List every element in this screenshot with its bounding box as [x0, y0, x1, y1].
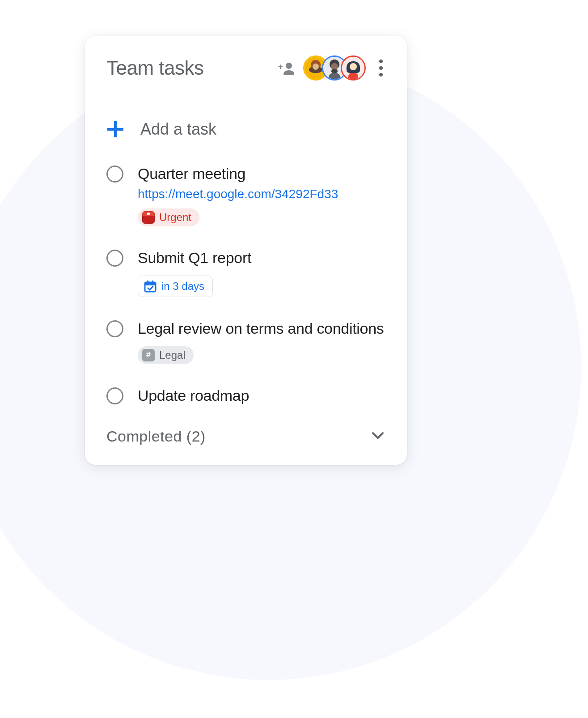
task-row: Update roadmap: [106, 386, 385, 406]
chevron-down-icon: [370, 428, 385, 445]
more-menu-button[interactable]: [376, 57, 385, 79]
task-link[interactable]: https://meet.google.com/34292Fd33: [138, 187, 385, 201]
svg-point-5: [313, 64, 319, 70]
svg-rect-6: [310, 73, 321, 79]
chip-label: Legal: [159, 349, 186, 361]
svg-rect-11: [329, 73, 340, 79]
shared-avatars[interactable]: [303, 55, 366, 81]
chip-label: in 3 days: [161, 280, 204, 293]
list-title: Team tasks: [106, 57, 204, 79]
task-complete-toggle[interactable]: [106, 166, 123, 183]
completed-section-toggle[interactable]: Completed (2): [106, 428, 385, 445]
task-title[interactable]: Legal review on terms and conditions: [138, 319, 385, 339]
task-row: Submit Q1 report in 3 days: [106, 248, 385, 297]
chip-legal[interactable]: # Legal: [138, 346, 194, 364]
siren-icon: [142, 211, 155, 224]
avatar-3[interactable]: [341, 55, 366, 81]
svg-text:+: +: [278, 62, 283, 71]
svg-point-1: [286, 63, 292, 69]
add-person-icon: +: [278, 61, 295, 75]
task-row: Quarter meeting https://meet.google.com/…: [106, 164, 385, 226]
chip-label: Urgent: [159, 211, 191, 224]
tasks-card: Team tasks +: [85, 36, 407, 465]
svg-rect-16: [107, 128, 123, 131]
svg-rect-10: [331, 69, 338, 73]
chip-urgent[interactable]: Urgent: [138, 208, 199, 226]
svg-rect-19: [147, 280, 148, 283]
header-actions: +: [278, 55, 385, 81]
add-person-button[interactable]: +: [278, 61, 295, 75]
add-task-label: Add a task: [140, 120, 216, 139]
more-menu-icon: [379, 59, 383, 63]
svg-rect-20: [152, 280, 153, 283]
task-title[interactable]: Submit Q1 report: [138, 248, 385, 268]
card-header: Team tasks +: [106, 55, 385, 81]
task-complete-toggle[interactable]: [106, 320, 123, 337]
hashtag-icon: #: [142, 349, 155, 361]
add-task-button[interactable]: Add a task: [106, 120, 385, 139]
task-complete-toggle[interactable]: [106, 250, 123, 267]
svg-rect-18: [145, 282, 156, 285]
calendar-check-icon: [144, 280, 157, 293]
svg-point-13: [350, 63, 357, 70]
plus-icon: [106, 120, 124, 138]
chip-date[interactable]: in 3 days: [138, 276, 213, 297]
task-title[interactable]: Quarter meeting: [138, 164, 385, 184]
svg-point-9: [331, 63, 338, 70]
completed-label: Completed (2): [106, 428, 206, 445]
task-complete-toggle[interactable]: [106, 387, 123, 404]
task-row: Legal review on terms and conditions # L…: [106, 319, 385, 364]
svg-rect-14: [348, 73, 358, 79]
task-title[interactable]: Update roadmap: [138, 386, 385, 406]
